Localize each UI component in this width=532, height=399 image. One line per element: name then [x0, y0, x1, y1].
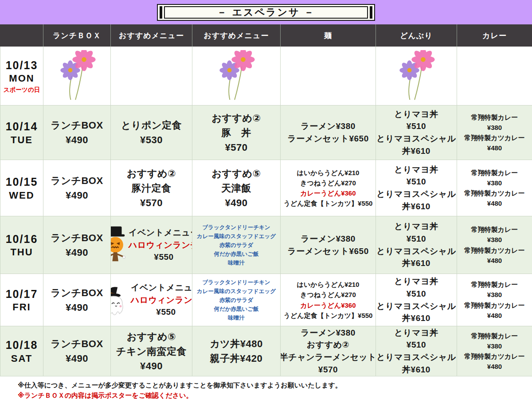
menu-cell: とりマヨ丼¥510とりマヨスペシャル丼¥610 — [376, 274, 457, 326]
menu-line: きつねうどん¥270 — [300, 289, 356, 300]
menu-line: ¥380 — [487, 341, 502, 351]
menu-cell: ランチBOX¥490 — [43, 274, 111, 326]
menu-cell-lines: おすすめ⑤チキン南蛮定食¥490 — [116, 329, 187, 373]
date-label: 10/13 — [6, 58, 38, 73]
title-box-left-bar — [160, 6, 162, 19]
menu-cell: 常翔特製カレー¥380常翔特製カツカレー¥480 — [457, 274, 532, 326]
menu-line: ランチBOX — [51, 286, 103, 300]
menu-cell — [281, 47, 376, 106]
menu-cell-lines: おすすめ⑤天津飯¥490 — [211, 166, 261, 210]
menu-cell: とりマヨ丼¥510とりマヨスペシャル丼¥610 — [376, 106, 457, 160]
date-cell: 10/15WED — [0, 160, 43, 216]
menu-cell-lines: イベントメニューハロウィンランチ¥550 — [131, 282, 192, 318]
menu-line: ラーメン¥380 — [301, 327, 356, 339]
menu-line: ¥380 — [487, 235, 502, 245]
menu-line: ¥510 — [407, 120, 426, 133]
menu-cell: ラーメン¥380おすすめ②半チャンラーメンセット¥570 — [281, 326, 376, 376]
menu-line: 常翔特製カレー — [471, 224, 518, 235]
menu-cell-lines: 常翔特製カレー¥380常翔特製カツカレー¥480 — [464, 279, 524, 321]
pumpkin-character-icon — [111, 225, 128, 265]
footer-note-1: ※仕入等につき、メニューが多少変更することがありますことを御承知下さいますようお… — [18, 380, 532, 390]
menu-line: ブラックタンドリーチキン — [202, 278, 270, 287]
table-header-row: ランチＢＯＸおすすめメニューおすすめメニュー麺どんぶりカレー — [0, 24, 532, 47]
menu-line: とりポン定食 — [121, 118, 182, 133]
menu-cell: ブラックタンドリーチキンカレー風味のスタッフドエッグ赤紫のサラダ何だか赤黒いご飯… — [192, 216, 281, 274]
date-label: 10/14 — [6, 119, 38, 134]
day-label: FRI — [12, 301, 31, 313]
menu-cell-lines: おすすめ②豚 丼¥570 — [211, 111, 261, 155]
menu-cell: ランチBOX¥490 — [43, 326, 111, 376]
menu-cell-lines: 常翔特製カレー¥380常翔特製カツカレー¥480 — [464, 112, 524, 153]
column-header-0 — [0, 24, 43, 47]
menu-cell: 常翔特製カレー¥380常翔特製カツカレー¥480 — [457, 160, 532, 216]
menu-line: ランチBOX — [51, 173, 103, 188]
menu-line: はいからうどん¥210 — [297, 168, 360, 178]
menu-cell: ランチBOX¥490 — [43, 106, 111, 160]
menu-cell: おすすめ②豚汁定食¥570 — [111, 160, 192, 216]
cosmos-flowers-icon — [393, 50, 440, 102]
menu-line: 常翔特製カツカレー — [464, 351, 524, 361]
title-box-right-bar — [370, 6, 372, 19]
menu-cell-lines: おすすめ②豚汁定食¥570 — [127, 166, 176, 210]
menu-line: 丼¥610 — [402, 200, 430, 213]
menu-line: ランチBOX — [51, 336, 103, 351]
menu-line: とりマヨスペシャル — [376, 300, 456, 313]
menu-cell: ラーメン¥380ラーメンセット¥650 — [281, 106, 376, 160]
date-label: 10/15 — [6, 175, 38, 189]
menu-line: カレーうどん¥360 — [300, 188, 356, 198]
menu-line: ¥380 — [487, 178, 502, 188]
menu-line: 常翔特製カレー — [471, 279, 518, 289]
date-cell: 10/17FRI — [0, 274, 43, 326]
menu-cell-lines: 常翔特製カレー¥380常翔特製カツカレー¥480 — [464, 331, 524, 372]
menu-cell: イベントメニューハロウィンランチ¥550 — [111, 216, 192, 274]
column-header-6: カレー — [457, 24, 532, 47]
menu-line: ¥570 — [140, 196, 163, 210]
menu-line: ¥510 — [407, 233, 426, 245]
menu-line: ¥570 — [318, 364, 338, 376]
menu-line: カレー風味のスタッフドエッグ — [197, 287, 276, 296]
menu-line: とりマヨスペシャル — [376, 188, 456, 200]
menu-line: 常翔特製カレー — [471, 168, 518, 178]
footer-note-2: ※ランチＢＯＸの内容は掲示ポスターをご確認ください。 — [18, 390, 532, 399]
menu-line: とりマヨ丼 — [394, 275, 438, 288]
menu-line: イベントメニュー — [129, 227, 192, 239]
menu-line: うどん定食【トンカツ】¥550 — [284, 310, 373, 321]
day-label: SAT — [11, 352, 32, 365]
menu-line: ¥480 — [487, 198, 502, 208]
menu-cell: おすすめ⑤チキン南蛮定食¥490 — [111, 326, 192, 376]
menu-cell-lines: ブラックタンドリーチキンカレー風味のスタッフドエッグ赤紫のサラダ何だか赤黒いご飯… — [197, 223, 276, 267]
menu-cell: 常翔特製カレー¥380常翔特製カツカレー¥480 — [457, 106, 532, 160]
menu-line: ¥480 — [487, 255, 502, 266]
menu-cell — [192, 47, 281, 106]
day-label: TUE — [11, 134, 33, 146]
menu-cell: とりポン定食¥530 — [111, 106, 192, 160]
menu-line: とりマヨスペシャル — [376, 133, 456, 145]
day-label: THU — [10, 246, 33, 258]
menu-cell: おすすめ②豚 丼¥570 — [192, 106, 281, 160]
menu-line: カレーうどん¥360 — [300, 300, 356, 310]
menu-cell-lines: とりポン定食¥530 — [121, 118, 182, 147]
menu-cell-lines: ランチBOX¥490 — [51, 118, 103, 147]
menu-cell: イベントメニューハロウィンランチ¥550 — [111, 274, 192, 326]
weekly-menu-table: ランチＢＯＸおすすめメニューおすすめメニュー麺どんぶりカレー 10/13MONス… — [0, 24, 532, 376]
menu-line: ¥530 — [140, 133, 163, 147]
menu-line: ランチBOX — [51, 231, 103, 245]
menu-line: 親子丼¥420 — [210, 351, 262, 366]
menu-line: おすすめ② — [307, 339, 349, 351]
menu-line: ラーメン¥380 — [301, 120, 356, 133]
date-cell: 10/13MONスポーツの日 — [0, 47, 43, 106]
menu-line: ¥550 — [154, 251, 173, 263]
menu-line: ランチBOX — [51, 118, 103, 133]
menu-row-10-18: 10/18SATランチBOX¥490おすすめ⑤チキン南蛮定食¥490カツ丼¥48… — [0, 326, 532, 376]
menu-cell: とりマヨ丼¥510とりマヨスペシャル丼¥610 — [376, 160, 457, 216]
menu-line: ¥510 — [407, 176, 426, 188]
menu-line: 丼¥610 — [402, 257, 430, 270]
menu-line: 豚 丼 — [221, 125, 251, 140]
menu-line: ¥480 — [487, 361, 502, 372]
menu-cell-lines: ブラックタンドリーチキンカレー風味のスタッフドエッグ赤紫のサラダ何だか赤黒いご飯… — [197, 278, 276, 322]
menu-cell-lines: とりマヨ丼¥510とりマヨスペシャル丼¥610 — [376, 108, 456, 157]
menu-cell-lines: ランチBOX¥490 — [51, 231, 103, 260]
menu-cell-lines: はいからうどん¥210きつねうどん¥270カレーうどん¥360うどん定食【トンカ… — [284, 279, 373, 321]
menu-cell-lines: ランチBOX¥490 — [51, 286, 103, 315]
menu-line: 常翔特製カツカレー — [464, 188, 524, 198]
